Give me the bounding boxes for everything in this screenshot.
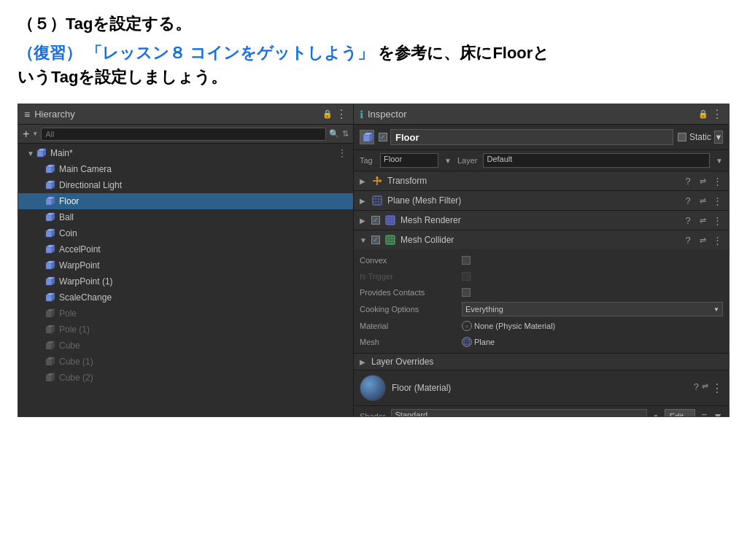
hierarchy-item-directional-light[interactable]: Directional Light	[18, 177, 353, 193]
mesh-collider-align-icon[interactable]: ⇌	[697, 234, 708, 246]
hierarchy-title-label: Hierarchy	[34, 109, 75, 120]
cooking-options-arrow: ▼	[713, 306, 719, 313]
static-dropdown[interactable]: ▼	[714, 131, 723, 144]
prop-is-trigger-value	[462, 272, 723, 281]
arrow-main: ▼	[27, 149, 36, 158]
hierarchy-item-label-scale: ScaleChange	[59, 292, 112, 303]
mesh-collider-checkbox[interactable]: ✓	[371, 236, 380, 244]
shader-val: Standard	[395, 411, 427, 416]
mesh-collider-menu-icon[interactable]: ⋮	[711, 234, 723, 246]
material-help-icon[interactable]: ?	[694, 381, 699, 395]
hierarchy-item-pole1[interactable]: Pole (1)	[18, 322, 353, 338]
add-icon[interactable]: +	[23, 128, 29, 141]
hierarchy-header-icons: 🔒 ⋮	[322, 107, 347, 121]
hierarchy-item-ball[interactable]: Ball	[18, 209, 353, 225]
layer-overrides-row[interactable]: ▶ Layer Overrides	[354, 354, 729, 370]
hierarchy-toolbar: + ▼ 🔍 ⇅	[18, 125, 353, 144]
mesh-filter-align-icon[interactable]: ⇌	[697, 195, 708, 206]
hierarchy-item-label-ball: Ball	[59, 212, 74, 222]
mesh-filter-help-icon[interactable]: ?	[682, 195, 694, 206]
hierarchy-item-label-coin: Coin	[59, 228, 77, 238]
hierarchy-search-input[interactable]	[41, 128, 326, 141]
shader-dropdown-arrow: ▼	[653, 413, 659, 417]
hierarchy-item-label-pole: Pole	[59, 308, 77, 319]
prop-cooking-options-val: Everything	[465, 305, 503, 314]
transform-help-icon[interactable]: ?	[682, 175, 694, 187]
hierarchy-item-floor[interactable]: Floor	[18, 193, 353, 209]
mesh-renderer-align-icon[interactable]: ⇌	[697, 214, 708, 226]
instruction-suffix: を参考に、床にFloorと	[378, 44, 549, 62]
static-checkbox[interactable]	[678, 133, 686, 141]
shader-dropdown[interactable]: Standard	[391, 409, 646, 416]
hierarchy-item-main[interactable]: ▼ Main* ⋮	[18, 145, 353, 161]
cube-icon-accel	[44, 244, 56, 254]
main-dots[interactable]: ⋮	[337, 147, 347, 159]
transform-menu-icon[interactable]: ⋮	[711, 175, 723, 187]
prop-cooking-options-dropdown[interactable]: Everything ▼	[462, 302, 723, 316]
inspector-dots-icon[interactable]: ⋮	[711, 107, 723, 121]
hierarchy-dots-icon[interactable]: ⋮	[336, 107, 347, 121]
hierarchy-item-warp1[interactable]: WarpPoint (1)	[18, 273, 353, 289]
prop-provides-contacts-checkbox[interactable]	[462, 288, 471, 297]
svg-rect-21	[46, 263, 52, 269]
mesh-renderer-checkbox[interactable]: ✓	[371, 216, 380, 225]
mesh-renderer-help-icon[interactable]: ?	[682, 214, 694, 226]
hierarchy-item-label-accel: AccelPoint	[59, 244, 101, 254]
shader-edit-button[interactable]: Edit...	[665, 409, 695, 416]
sort-icon[interactable]: ⇅	[342, 129, 349, 139]
hierarchy-item-coin[interactable]: Coin	[18, 225, 353, 241]
prop-material-row: Material ○ None (Physic Material)	[360, 318, 723, 334]
hierarchy-item-scale[interactable]: ScaleChange	[18, 289, 353, 306]
prop-material-label: Material	[360, 322, 462, 330]
component-mesh-collider-header[interactable]: ▼ ✓ Mesh Collider	[354, 230, 729, 249]
object-name-input[interactable]	[390, 129, 673, 145]
mesh-collider-actions: ? ⇌ ⋮	[682, 234, 723, 246]
component-mesh-filter-header[interactable]: ▶ Plane (Mesh Filter)	[354, 191, 729, 210]
svg-rect-45	[363, 135, 370, 141]
hierarchy-item-cube1[interactable]: Cube (1)	[18, 354, 353, 370]
search-icon-h[interactable]: 🔍	[329, 129, 339, 139]
mesh-renderer-menu-icon[interactable]: ⋮	[711, 214, 723, 226]
transform-icon	[371, 175, 383, 187]
inspector-panel: ℹ Inspector 🔒 ⋮	[354, 104, 729, 416]
hierarchy-item-label-dir-light: Directional Light	[59, 180, 122, 190]
mesh-filter-menu-icon[interactable]: ⋮	[711, 195, 723, 206]
object-active-checkbox[interactable]: ✓	[379, 133, 387, 141]
svg-rect-48	[373, 196, 382, 205]
hierarchy-item-accel[interactable]: AccelPoint	[18, 241, 353, 257]
prop-convex-row: Convex	[360, 252, 723, 268]
mesh-renderer-name: Mesh Renderer	[400, 215, 678, 225]
svg-rect-18	[46, 247, 52, 253]
hierarchy-item-pole[interactable]: Pole	[18, 306, 353, 322]
shader-lines-icon[interactable]: ≡	[701, 411, 707, 416]
prop-convex-label: Convex	[360, 256, 462, 265]
shader-menu-icon[interactable]: ▼	[713, 411, 723, 416]
hierarchy-item-label-warp: WarpPoint	[59, 260, 100, 271]
material-align-icon[interactable]: ⇌	[702, 381, 708, 395]
instruction-link[interactable]: 「レッスン８ コインをゲットしよう」	[86, 44, 374, 62]
cube-icon-coin	[44, 228, 56, 238]
svg-rect-12	[46, 215, 52, 221]
hierarchy-item-label-pole1: Pole (1)	[59, 324, 90, 335]
hierarchy-item-warp[interactable]: WarpPoint	[18, 257, 353, 273]
tag-value: Floor	[384, 155, 402, 163]
tag-dropdown[interactable]: Floor	[380, 153, 438, 168]
mesh-filter-collapse-arrow: ▶	[360, 197, 367, 205]
component-transform-header[interactable]: ▶ Transform ? ⇌ ⋮	[354, 171, 729, 190]
hierarchy-lock-icon[interactable]: 🔒	[322, 109, 333, 119]
tag-layer-row: Tag Floor ▼ Layer Default ▼	[354, 150, 729, 171]
inspector-lock-icon[interactable]: 🔒	[698, 109, 708, 119]
instruction-line1: （５）Tagを設定する。	[18, 13, 729, 35]
mesh-renderer-actions: ? ⇌ ⋮	[682, 214, 723, 226]
hierarchy-item-main-camera[interactable]: Main Camera	[18, 161, 353, 177]
mesh-collider-help-icon[interactable]: ?	[682, 234, 694, 246]
transform-align-icon[interactable]: ⇌	[697, 175, 708, 187]
layer-dropdown[interactable]: Default	[483, 153, 710, 168]
hierarchy-item-label-camera: Main Camera	[59, 164, 112, 174]
prop-convex-checkbox[interactable]	[462, 256, 471, 265]
hierarchy-item-cube[interactable]: Cube	[18, 338, 353, 354]
component-mesh-renderer-header[interactable]: ▶ ✓ Mesh Renderer	[354, 211, 729, 230]
hierarchy-item-cube2[interactable]: Cube (2)	[18, 370, 353, 386]
arrow-down-icon[interactable]: ▼	[32, 131, 38, 137]
material-menu-icon[interactable]: ⋮	[711, 381, 723, 395]
